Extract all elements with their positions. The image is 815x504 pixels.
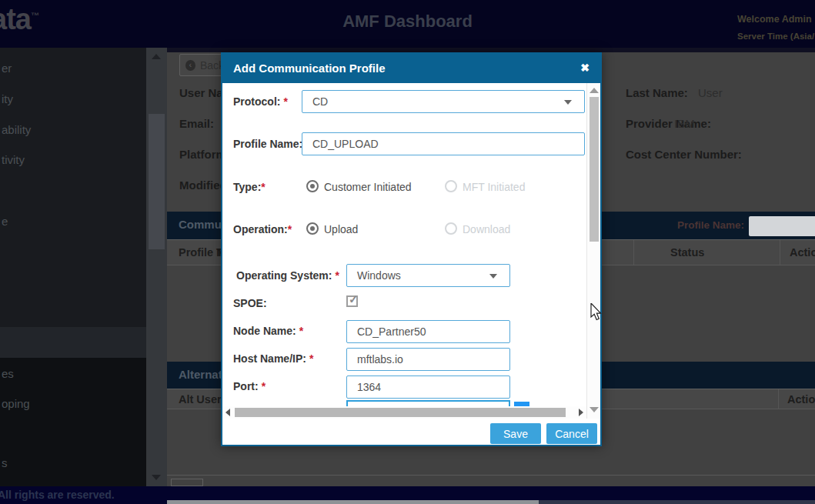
sidebar-item-8[interactable]: s xyxy=(2,456,8,469)
dialog-vscrollbar[interactable] xyxy=(586,83,600,419)
type-mft-initiated-radio[interactable] xyxy=(445,180,457,192)
dialog-footer: Save Cancel xyxy=(222,419,600,445)
detail-provider-name: Provider Name: IBM xyxy=(626,117,711,130)
operation-upload-label: Upload xyxy=(324,223,358,235)
operating-system-select[interactable]: Windows xyxy=(346,264,510,287)
dialog-hscrollbar[interactable] xyxy=(222,406,586,419)
protocol-select[interactable]: CD xyxy=(302,90,585,113)
type-label: Type:* xyxy=(233,181,266,193)
profile-name-label: Profile Name:* xyxy=(233,138,310,150)
sidebar-item-1[interactable]: er xyxy=(2,62,12,75)
sidebar-item-3[interactable]: ability xyxy=(2,123,31,136)
node-name-input[interactable] xyxy=(346,320,510,343)
sidebar-active-item[interactable] xyxy=(0,327,146,358)
type-customer-initiated-label: Customer Initiated xyxy=(324,181,412,193)
profile-name-input[interactable] xyxy=(302,132,585,155)
detail-email: Email: info@mail.com xyxy=(179,117,214,130)
page-title: AMF Dashboard xyxy=(0,12,815,32)
chevron-down-icon xyxy=(564,100,572,105)
sidebar-item-4[interactable]: tivity xyxy=(2,153,25,166)
sidebar-item-7[interactable]: oping xyxy=(2,397,30,410)
back-arrow-icon: ‹ xyxy=(185,60,195,71)
profile-name-search-input[interactable] xyxy=(749,216,815,236)
cancel-button[interactable]: Cancel xyxy=(546,423,597,444)
page-hscrollbar-track[interactable] xyxy=(539,500,815,504)
scroll-right-icon[interactable] xyxy=(579,409,583,416)
profile-name-filter-label: Profile Name: xyxy=(677,219,744,231)
operation-download-radio[interactable] xyxy=(445,222,457,235)
sidebar-item-2[interactable]: ity xyxy=(2,92,13,105)
sidebar-item-5[interactable]: e xyxy=(2,215,8,228)
port-label: Port:* xyxy=(233,380,266,392)
spoe-checkbox[interactable]: ✓ xyxy=(346,295,358,307)
scroll-up-icon[interactable] xyxy=(590,88,599,93)
content-divider xyxy=(167,475,815,476)
host-name-label: Host Name/IP:* xyxy=(233,352,313,365)
scroll-down-icon[interactable] xyxy=(590,407,599,412)
dialog-vscrollbar-thumb[interactable] xyxy=(590,97,599,242)
scroll-down-icon[interactable] xyxy=(152,475,161,480)
detail-cost-center: Cost Center Number: xyxy=(626,148,742,161)
checkmark-icon: ✓ xyxy=(349,292,359,306)
sidebar-lower xyxy=(0,358,146,486)
spoe-label: SPOE: xyxy=(233,297,267,309)
add-communication-profile-dialog: Add Communication Profile ✖ Protocol:* C… xyxy=(221,52,602,446)
node-name-label: Node Name:* xyxy=(233,325,303,337)
app-header: ata™ AMF Dashboard Welcome Admin Server … xyxy=(0,0,815,48)
col-status: Status xyxy=(670,246,704,259)
detail-last-name: Last Name: User xyxy=(626,86,688,99)
page-hscrollbar-thumb[interactable] xyxy=(167,500,539,504)
dialog-title: Add Communication Profile xyxy=(233,62,386,75)
server-time-text: Server Time (Asia/ xyxy=(737,32,814,41)
sidebar-scrollbar[interactable] xyxy=(146,48,167,486)
col-action: Action xyxy=(790,246,815,259)
back-button[interactable]: ‹ Back xyxy=(179,54,225,76)
sidebar-scrollbar-thumb[interactable] xyxy=(149,114,165,249)
save-button[interactable]: Save xyxy=(490,423,541,444)
host-name-input[interactable] xyxy=(346,348,510,371)
copyright-text: All rights are reserved. xyxy=(0,489,115,501)
type-mft-initiated-label: MFT Initiated xyxy=(463,181,525,193)
operation-upload-radio[interactable] xyxy=(306,222,319,235)
scroll-up-icon[interactable] xyxy=(152,54,161,59)
cutoff-button[interactable] xyxy=(171,479,203,486)
chevron-down-icon xyxy=(489,274,497,279)
operation-download-label: Download xyxy=(463,223,510,235)
close-icon[interactable]: ✖ xyxy=(580,62,590,74)
protocol-label: Protocol:* xyxy=(233,95,288,108)
dialog-header: Add Communication Profile ✖ xyxy=(222,54,600,83)
welcome-text: Welcome Admin xyxy=(737,14,812,25)
operation-label: Operation:* xyxy=(233,223,292,235)
type-customer-initiated-radio[interactable] xyxy=(306,180,319,192)
col-alt-action: Action xyxy=(787,393,815,406)
sidebar-item-6[interactable]: es xyxy=(2,367,14,380)
mouse-cursor xyxy=(590,303,604,326)
port-input[interactable] xyxy=(346,375,510,399)
sidebar xyxy=(0,48,146,358)
dialog-hscrollbar-thumb[interactable] xyxy=(235,408,566,417)
operating-system-label: Operating System:* xyxy=(236,269,339,282)
scroll-left-icon[interactable] xyxy=(225,409,230,416)
